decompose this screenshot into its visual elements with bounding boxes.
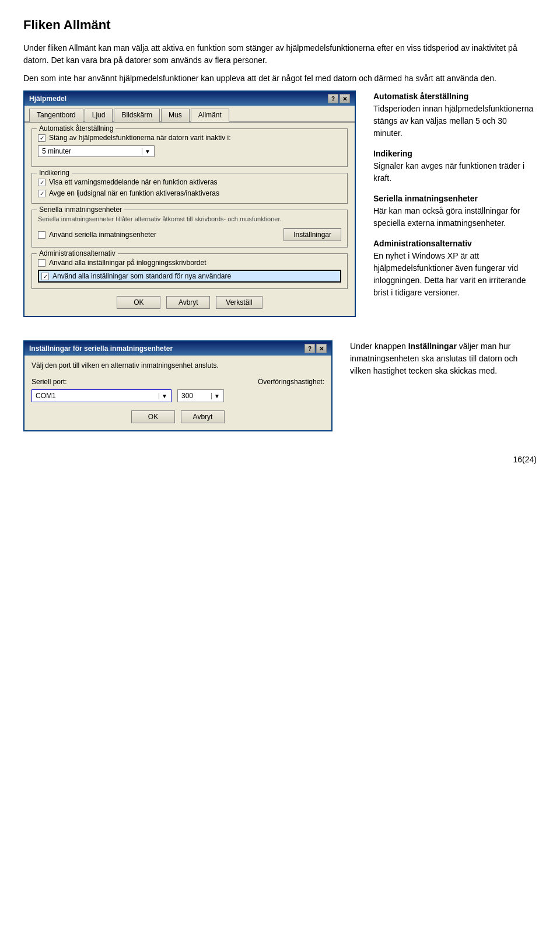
checkbox-signal[interactable]: [38, 190, 46, 197]
group-admin: Administrationsalternativ Använd alla in…: [32, 253, 348, 289]
tab-mus[interactable]: Mus: [161, 109, 190, 122]
group-auto-reset-title: Automatisk återställning: [37, 124, 116, 133]
dialog2-help-button[interactable]: ?: [304, 344, 315, 353]
checkbox-auto-reset-label: Stäng av hjälpmedelsfunktionerna när dat…: [49, 134, 231, 142]
dialog-body: Automatisk återställning Stäng av hjälpm…: [24, 123, 355, 316]
titlebar-buttons: ? ✕: [328, 94, 350, 103]
dropdown-minutes-row: 5 minuter ▼: [38, 145, 341, 157]
apply-button[interactable]: Verkställ: [216, 296, 262, 309]
group-auto-reset: Automatisk återställning Stäng av hjälpm…: [32, 128, 348, 167]
checkbox-signal-row: Avge en ljudsignal när en funktion aktiv…: [38, 189, 341, 197]
desc-admin-title: Administrationsalternativ: [373, 239, 472, 248]
desc-admin-text: En nyhet i Windows XP är att hjälpmedels…: [373, 251, 526, 297]
desc-serial-text: Här kan man också göra inställningar för…: [373, 206, 520, 228]
desc-serial: Seriella inmatningsenheter Här kan man o…: [373, 193, 537, 229]
checkbox-inloggning-row: Använd alla inställningar på inloggnings…: [38, 259, 341, 267]
transfer-speed-label: Överföringshastighet:: [258, 378, 324, 386]
group-serial-title: Seriella inmatningsenheter: [37, 205, 124, 214]
page-number: 16(24): [23, 455, 537, 464]
checkbox-inloggning[interactable]: [38, 259, 46, 267]
dropdown-arrow: ▼: [142, 148, 150, 155]
checkbox-serial-label: Använd seriella inmatningsenheter: [49, 231, 156, 239]
dropdown-minutes[interactable]: 5 minuter ▼: [38, 145, 155, 157]
serial-bottom-row: Använd seriella inmatningsenheter Instäl…: [38, 228, 341, 241]
serial-port-label: Seriell port:: [32, 378, 84, 386]
dialog-title-text: Hjälpmedel: [29, 95, 66, 103]
serial-description: Seriella inmatningsenheter tillåter alte…: [38, 215, 341, 224]
checkbox-serial[interactable]: [38, 231, 46, 239]
tab-tangentbord[interactable]: Tangentbord: [29, 109, 83, 122]
tab-bildskarm[interactable]: Bildskärm: [114, 109, 160, 122]
intro-paragraph-1: Under fliken Allmänt kan man välja att a…: [23, 42, 537, 67]
checkbox-varning-row: Visa ett varningsmeddelande när en funkt…: [38, 178, 341, 186]
desc-auto-reset: Automatisk återställning Tidsperioden in…: [373, 90, 537, 140]
section-dialog1: Hjälpmedel ? ✕ Tangentbord Ljud Bildskär…: [23, 90, 537, 317]
transfer-speed-dropdown[interactable]: 300 ▼: [177, 389, 224, 402]
dialog2-close-button[interactable]: ✕: [316, 344, 327, 353]
dialog-tabs: Tangentbord Ljud Bildskärm Mus Allmänt: [24, 106, 355, 123]
page-title: Fliken Allmänt: [23, 18, 537, 33]
dialog2-prompt: Välj den port till vilken en alternativ …: [32, 361, 324, 370]
desc-indikering: Indikering Signaler kan avges när funkti…: [373, 148, 537, 184]
desc-auto-reset-text: Tidsperioden innan hjälpmedelsfunktioner…: [373, 104, 533, 138]
dialog2-titlebar: Inställningar för seriella inmatningsenh…: [24, 342, 331, 356]
checkbox-serial-row: Använd seriella inmatningsenheter: [38, 231, 156, 239]
serial-port-arrow: ▼: [159, 393, 167, 399]
dialog2-titlebar-buttons: ? ✕: [304, 344, 327, 353]
help-button[interactable]: ?: [328, 94, 338, 103]
dialog2-title-text: Inställningar för seriella inmatningsenh…: [29, 344, 173, 353]
dialog-serial-settings: Inställningar för seriella inmatningsenh…: [23, 340, 332, 431]
desc-admin: Administrationsalternativ En nyhet i Win…: [373, 238, 537, 299]
dialog2-ok-button[interactable]: OK: [131, 410, 175, 423]
port-labels-row: Seriell port: Överföringshastighet:: [32, 378, 324, 386]
dropdown-minutes-value: 5 minuter: [42, 147, 71, 155]
checkbox-standard-label: Använd alla inställningar som standard f…: [52, 272, 231, 280]
serial-port-value: COM1: [36, 392, 56, 400]
checkbox-varning[interactable]: [38, 179, 46, 186]
dialog-hjalpmede: Hjälpmedel ? ✕ Tangentbord Ljud Bildskär…: [23, 90, 356, 317]
descriptions-column: Automatisk återställning Tidsperioden in…: [373, 90, 537, 307]
checkbox-inloggning-label: Använd alla inställningar på inloggnings…: [49, 259, 206, 267]
group-indikering-title: Indikering: [37, 169, 72, 177]
tab-allmant[interactable]: Allmänt: [191, 109, 229, 122]
port-dropdowns-row: COM1 ▼ 300 ▼: [32, 389, 324, 402]
checkbox-signal-label: Avge en ljudsignal när en funktion aktiv…: [49, 189, 219, 197]
close-button[interactable]: ✕: [340, 94, 350, 103]
tab-ljud[interactable]: Ljud: [85, 109, 113, 122]
desc-indikering-text: Signaler kan avges när funktionen träder…: [373, 161, 524, 183]
cancel-button[interactable]: Avbryt: [166, 296, 210, 309]
group-serial: Seriella inmatningsenheter Seriella inma…: [32, 210, 348, 248]
section-dialog2: Inställningar för seriella inmatningsenh…: [23, 340, 537, 431]
checkbox-auto-reset-row: Stäng av hjälpmedelsfunktionerna när dat…: [38, 134, 341, 142]
transfer-speed-value: 300: [181, 392, 193, 400]
dialog2-description-col: Under knappen Inställningar väljer man h…: [350, 340, 537, 377]
serial-port-dropdown[interactable]: COM1 ▼: [32, 389, 172, 402]
transfer-speed-arrow: ▼: [211, 393, 220, 399]
desc-auto-reset-title: Automatisk återställning: [373, 92, 468, 101]
checkbox-auto-reset[interactable]: [38, 134, 46, 142]
checkbox-standard[interactable]: [41, 273, 49, 280]
checkbox-varning-label: Visa ett varningsmeddelande när en funkt…: [49, 178, 218, 186]
dialog-titlebar: Hjälpmedel ? ✕: [24, 92, 355, 106]
dialog2-bold-word: Inställningar: [408, 342, 457, 351]
settings-button[interactable]: Inställningar: [284, 228, 341, 241]
checkbox-standard-row: Använd alla inställningar som standard f…: [38, 270, 341, 283]
dialog2-buttons: OK Avbryt: [32, 410, 324, 423]
dialog2-description: Under knappen Inställningar väljer man h…: [350, 340, 537, 377]
ok-button[interactable]: OK: [117, 296, 160, 309]
desc-serial-title: Seriella inmatningsenheter: [373, 194, 478, 203]
dialog2-cancel-button[interactable]: Avbryt: [181, 410, 225, 423]
group-admin-title: Administrationsalternativ: [37, 249, 118, 257]
dialog2-body: Välj den port till vilken en alternativ …: [24, 356, 331, 430]
desc-indikering-title: Indikering: [373, 149, 412, 158]
group-indikering: Indikering Visa ett varningsmeddelande n…: [32, 173, 348, 204]
dialog-buttons: OK Avbryt Verkställ: [32, 296, 348, 309]
intro-paragraph-2: Den som inte har använnt hjälpmedelsfunk…: [23, 72, 537, 85]
